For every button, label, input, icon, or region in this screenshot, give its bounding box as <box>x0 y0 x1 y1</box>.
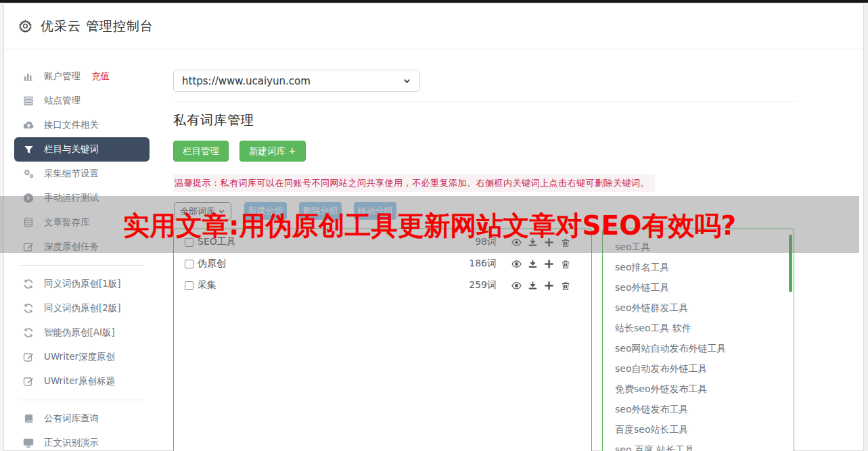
keyword-item[interactable]: seo自动发布外链工具 <box>603 359 794 379</box>
sidebar-item-interface-files[interactable]: 接口文件相关 <box>14 113 150 137</box>
sidebar-item-label: 采集细节设置 <box>44 168 99 180</box>
word-count: 259词 <box>469 279 497 291</box>
sidebar-item-label: 正文识别演示 <box>44 437 99 449</box>
sidebar-item-label: 同义词伪原创[1版] <box>44 278 121 290</box>
sidebar-item-label: 账户管理 <box>44 70 81 82</box>
keyword-item[interactable]: 免费seo外链发布工具 <box>603 379 794 400</box>
action-buttons: 栏目管理 新建词库 + <box>173 141 306 162</box>
sidebar-nav: 账户管理 充值 站点管理 接口文件相关 栏目与关键词 <box>14 64 150 451</box>
keyword-item[interactable]: seo排名工具 <box>603 258 794 278</box>
lexicon-name: 伪原创 <box>198 258 226 270</box>
refresh-icon <box>22 327 35 338</box>
plus-icon[interactable] <box>544 259 554 269</box>
sidebar-divider <box>20 265 144 266</box>
sidebar-item-synonym-v1[interactable]: 同义词伪原创[1版] <box>14 272 150 296</box>
app-header: 优采云 管理控制台 <box>4 3 863 49</box>
sidebar-item-uwriter-deep[interactable]: UWriter深度原创 <box>14 345 150 369</box>
sidebar-divider <box>20 400 144 400</box>
new-lexicon-button[interactable]: 新建词库 + <box>239 141 306 162</box>
site-select-value: https://www.ucaiyun.com <box>182 75 311 87</box>
sidebar-item-sites[interactable]: 站点管理 <box>14 89 150 113</box>
lexicon-row: 采集 259词 <box>174 275 591 296</box>
lexicon-list-panel: SEO工具 98词 伪原创 186词 采集 <box>173 229 592 451</box>
trash-icon[interactable] <box>560 259 570 269</box>
gear-icon <box>19 20 32 32</box>
server-icon <box>22 95 35 106</box>
monitor-icon <box>22 437 35 448</box>
column-manage-button[interactable]: 栏目管理 <box>173 141 229 162</box>
plus-icon[interactable] <box>544 281 554 291</box>
sidebar-item-uwriter-title[interactable]: UWriter原创标题 <box>14 369 150 394</box>
refresh-icon <box>22 303 35 314</box>
sidebar-item-content-recognition[interactable]: 正文识别演示 <box>14 431 150 451</box>
keyword-item[interactable]: seo外链工具 <box>603 278 794 298</box>
tip-text: 温馨提示：私有词库可以在同账号不同网站之间共享使用，不必重复添加。右侧框内关键词… <box>173 174 655 192</box>
row-checkbox[interactable] <box>185 260 193 268</box>
sidebar-item-label: 接口文件相关 <box>44 119 99 131</box>
sidebar-item-ai-pseudo[interactable]: 智能伪原创[AI版] <box>14 321 150 345</box>
sidebar-item-collect-settings[interactable]: 采集细节设置 <box>14 162 150 186</box>
edit-icon <box>22 376 35 387</box>
refresh-icon <box>22 279 35 289</box>
sidebar-item-label: 同义词伪原创[2版] <box>44 302 121 314</box>
trash-icon[interactable] <box>560 281 570 291</box>
eye-icon[interactable] <box>511 281 522 291</box>
keyword-item[interactable]: 站长seo工具 软件 <box>603 318 794 339</box>
book-icon <box>22 413 35 424</box>
download-icon[interactable] <box>528 259 538 269</box>
download-icon[interactable] <box>528 281 538 291</box>
bar-chart-icon <box>22 71 35 82</box>
watermark-text: 实用文章:用伪原创工具更新网站文章对SEO有效吗? <box>123 208 736 244</box>
gears-icon <box>22 168 35 179</box>
sidebar-item-columns-keywords[interactable]: 栏目与关键词 <box>14 137 150 162</box>
page: 优采云 管理控制台 账户管理 充值 站点管理 接口文件相关 <box>0 0 868 451</box>
eye-icon[interactable] <box>511 259 522 269</box>
lexicon-row: 伪原创 186词 <box>174 253 591 275</box>
sidebar-item-label: 栏目与关键词 <box>44 143 99 156</box>
word-count: 186词 <box>469 258 497 270</box>
site-select[interactable]: https://www.ucaiyun.com <box>173 70 420 92</box>
lexicon-name: 采集 <box>198 279 216 291</box>
sidebar-item-public-lexicon[interactable]: 公有词库查询 <box>14 406 150 431</box>
app-title: 优采云 管理控制台 <box>41 18 154 35</box>
sidebar-item-synonym-v2[interactable]: 同义词伪原创[2版] <box>14 296 150 321</box>
recharge-badge[interactable]: 充值 <box>91 70 110 82</box>
keyword-item[interactable]: seo 百度 站长工具 <box>603 440 794 451</box>
sidebar-item-label: 公有词库查询 <box>44 412 99 425</box>
row-checkbox[interactable] <box>185 281 193 290</box>
keyword-item[interactable]: 百度seo站长工具 <box>603 420 794 440</box>
sidebar-item-label: UWriter原创标题 <box>44 375 115 387</box>
sidebar-item-account[interactable]: 账户管理 充值 <box>14 64 150 89</box>
chevron-down-icon <box>403 76 411 85</box>
sidebar-item-label: UWriter深度原创 <box>44 351 115 363</box>
watermark-band: 实用文章:用伪原创工具更新网站文章对SEO有效吗? <box>0 196 859 253</box>
filter-icon <box>22 144 35 155</box>
keywords-panel: seo工具 seo排名工具 seo外链工具 seo外链群发工具 站长seo工具 … <box>602 229 794 451</box>
page-title: 私有词库管理 <box>173 112 254 129</box>
sidebar-item-label: 智能伪原创[AI版] <box>44 327 115 339</box>
edit-icon <box>22 352 35 362</box>
keyword-item[interactable]: seo外链发布工具 <box>603 400 794 420</box>
section-divider <box>173 101 796 102</box>
keyword-item[interactable]: seo网站自动发布外链工具 <box>603 339 794 359</box>
cloud-upload-icon <box>22 120 35 130</box>
sidebar-item-label: 站点管理 <box>44 95 81 107</box>
keyword-item[interactable]: seo外链群发工具 <box>603 298 794 318</box>
